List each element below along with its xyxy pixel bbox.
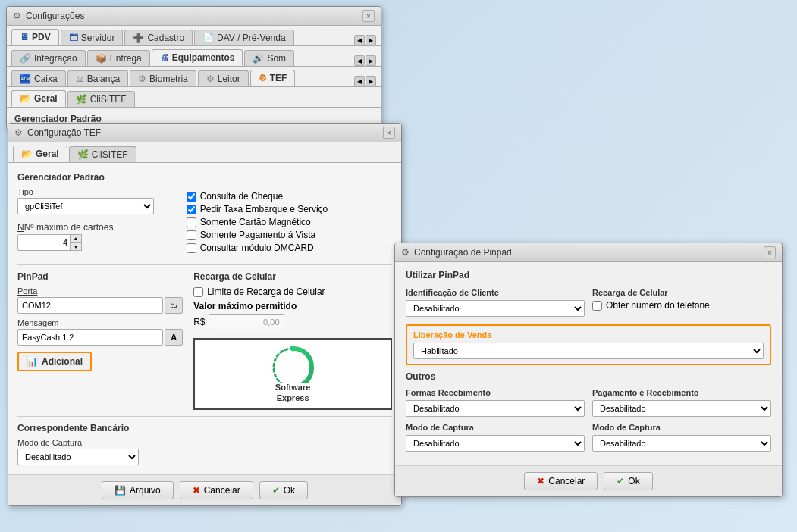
tef-title-icon: ⚙ <box>14 127 23 138</box>
pinpad-config-window: ⚙ Configuração de Pinpad × Utilizar PinP… <box>394 243 783 497</box>
modo-captura-cb-select[interactable]: Desabilitado <box>17 449 139 465</box>
recarga-celular-col: Recarga de Celular Obter número do telef… <box>592 288 771 317</box>
caixa-label: Caixa <box>34 74 58 84</box>
identificacao-select[interactable]: Desabilitado Habilitado <box>406 300 585 317</box>
cb-dmcard: Consultar módulo DMCARD <box>187 243 392 253</box>
formas-recebimento-select[interactable]: Desabilitado Habilitado <box>406 400 585 417</box>
scroll-right2-btn[interactable]: ▶ <box>366 55 376 66</box>
max-cartoes-label: NNº máximo de cartões <box>17 222 176 233</box>
tab-balanca[interactable]: ⚖ Balança <box>67 70 128 86</box>
tab-tef[interactable]: ⚙ TEF <box>250 70 296 86</box>
modo-captura-right-select[interactable]: Desabilitado Habilitado <box>592 435 771 452</box>
gerenciador-section-title: Gerenciador Padrão <box>17 172 392 183</box>
tab-cadastro[interactable]: ➕ Cadastro <box>124 30 193 45</box>
pinpad-row1: Identificação de Cliente Desabilitado Ha… <box>406 288 771 317</box>
logo-text: SoftwareExpress <box>275 383 310 402</box>
scroll-left3-btn[interactable]: ◀ <box>354 76 365 86</box>
porta-label: Porta <box>17 286 183 296</box>
balanca-label: Balança <box>87 74 120 84</box>
tab-integracao[interactable]: 🔗 Integração <box>11 50 86 66</box>
scroll-left-btn[interactable]: ◀ <box>354 35 365 45</box>
pinpad-ok-button[interactable]: ✔ Ok <box>604 472 652 490</box>
mensagem-input[interactable] <box>17 329 163 346</box>
spinner-down[interactable]: ▼ <box>70 243 82 251</box>
consulta-cheque-checkbox[interactable] <box>187 192 196 202</box>
modo-captura-left-select[interactable]: Desabilitado Habilitado <box>406 435 585 452</box>
pinpad-cancelar-button[interactable]: ✖ Cancelar <box>524 472 598 490</box>
liberacao-select[interactable]: Desabilitado Habilitado <box>413 343 764 359</box>
biometria-icon: ⚙ <box>138 74 146 84</box>
tab-clisitef-main[interactable]: 🌿 CliSITEF <box>67 91 135 107</box>
entrega-label: Entrega <box>110 53 142 64</box>
tef-tab-geral[interactable]: 📂 Geral <box>13 146 67 162</box>
tef-close-button[interactable]: × <box>383 127 395 139</box>
tab-pdv[interactable]: 🖥 PDV <box>11 29 59 45</box>
pinpad-ok-icon: ✔ <box>617 476 624 487</box>
divider2 <box>17 416 392 417</box>
software-express-logo: SoftwareExpress <box>270 345 315 402</box>
pedir-taxa-label: Pedir Taxa Embarque e Serviço <box>200 204 328 214</box>
geral-label: Geral <box>34 93 58 104</box>
mensagem-font-btn[interactable]: A <box>165 329 183 346</box>
tef-tab-clisitef[interactable]: 🌿 CliSITEF <box>69 146 136 162</box>
pagamento-recebimento-label: Pagamento e Recebimento <box>592 388 771 397</box>
tab-servidor[interactable]: 🗔 Servidor <box>61 30 124 45</box>
max-cartoes-section: NNº máximo de cartões ▲ ▼ <box>17 222 176 251</box>
scroll-right-btn[interactable]: ▶ <box>366 35 376 45</box>
pinpad-close-button[interactable]: × <box>764 246 776 258</box>
pagamento-recebimento-select[interactable]: Desabilitado Habilitado <box>592 400 771 417</box>
tab-som[interactable]: 🔊 Som <box>244 50 294 66</box>
somente-cartao-checkbox[interactable] <box>187 217 196 227</box>
tef-window-titlebar: ⚙ Configuração TEF × <box>8 124 401 142</box>
tipo-select[interactable]: gpCliSiTef <box>17 198 154 214</box>
clisitef-icon: 🌿 <box>76 94 87 105</box>
main-configuracoes-window: ⚙ Configurações × 🖥 PDV 🗔 Servidor ➕ Cad… <box>6 6 381 129</box>
pedir-taxa-checkbox[interactable] <box>187 205 196 214</box>
arquivo-button[interactable]: 💾 Arquivo <box>102 481 174 499</box>
spinner-up[interactable]: ▲ <box>70 234 82 243</box>
logo-box: SoftwareExpress <box>193 338 392 410</box>
valor-maximo-input[interactable] <box>209 314 284 330</box>
tab-equipamentos[interactable]: 🖨 Equipamentos <box>152 49 243 66</box>
tab-geral-main[interactable]: 📂 Geral <box>11 90 66 107</box>
pinpad-content: Utilizar PinPad Identificação de Cliente… <box>395 262 782 465</box>
tab-bar-row4: 📂 Geral 🌿 CliSITEF <box>7 87 381 108</box>
tab-entrega[interactable]: 📦 Entrega <box>87 50 150 66</box>
main-close-button[interactable]: × <box>362 10 375 22</box>
leitor-label: Leitor <box>218 74 240 84</box>
valor-maximo-row: R$ <box>193 314 392 330</box>
tef-clisitef-icon: 🌿 <box>77 149 89 160</box>
porta-input[interactable] <box>17 297 163 314</box>
adicional-button[interactable]: 📊 Adicional <box>17 352 92 371</box>
tab-leitor[interactable]: ⚙ Leitor <box>198 70 249 86</box>
tab-bar-row3: 🏧 Caixa ⚖ Balança ⚙ Biometria ⚙ Leitor ⚙… <box>7 67 381 87</box>
obter-numero-label: Obter número do telefone <box>606 300 710 311</box>
limite-recarga-checkbox[interactable] <box>193 287 203 297</box>
tab-biometria[interactable]: ⚙ Biometria <box>130 70 196 86</box>
modo-captura-left-label: Modo de Captura <box>406 423 585 432</box>
porta-browse-btn[interactable]: 🗂 <box>165 297 183 314</box>
tef-ok-button[interactable]: ✔ Ok <box>259 481 308 499</box>
tab-caixa[interactable]: 🏧 Caixa <box>11 70 66 86</box>
entrega-icon: 📦 <box>96 53 107 64</box>
tab-dav[interactable]: 📄 DAV / Pré-Venda <box>194 30 294 45</box>
tef-title-text: Configuração TEF <box>27 127 101 138</box>
tipo-label: Tipo <box>17 187 176 196</box>
leitor-icon: ⚙ <box>206 74 215 84</box>
ok-label: Ok <box>284 485 295 496</box>
tef-geral-label: Geral <box>36 149 59 159</box>
tef-window-title-wrap: ⚙ Configuração TEF <box>14 127 101 138</box>
porta-input-row: 🗂 <box>17 297 183 314</box>
scroll-right3-btn[interactable]: ▶ <box>366 76 376 86</box>
tef-cancelar-button[interactable]: ✖ Cancelar <box>180 481 253 499</box>
somente-pagamento-checkbox[interactable] <box>187 230 196 240</box>
ok-check-icon: ✔ <box>272 485 280 496</box>
divider1 <box>17 264 392 265</box>
somente-pagamento-label: Somente Pagamento á Vista <box>200 230 316 240</box>
config-icon: ⚙ <box>13 11 21 21</box>
dmcard-checkbox[interactable] <box>187 243 196 253</box>
obter-numero-checkbox[interactable] <box>592 301 602 311</box>
scroll-left2-btn[interactable]: ◀ <box>354 55 365 66</box>
tef-tab-bar: 📂 Geral 🌿 CliSITEF <box>8 142 401 163</box>
cadastro-icon: ➕ <box>133 33 144 43</box>
